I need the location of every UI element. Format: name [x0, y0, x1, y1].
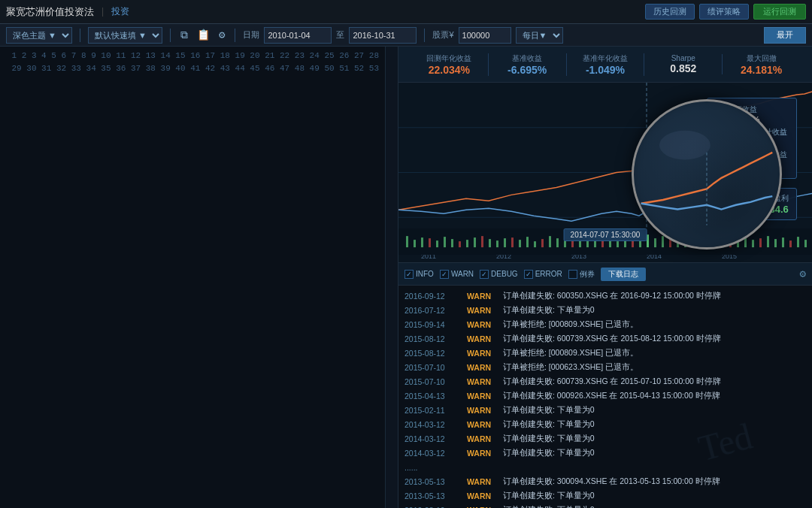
svg-rect-51: [714, 236, 717, 247]
code-content[interactable]: # 安装已import并评级文档的第三方python模块，比如pandas, n…: [386, 47, 398, 508]
svg-rect-54: [737, 241, 739, 247]
check-warn[interactable]: ✓ WARN: [440, 270, 474, 279]
chart-area: 2011 2012 2013 2014 2015: [398, 83, 812, 263]
stats-bar: 回测年化收益22.034%基准收益-6.695%基准年化收益-1.049%Sha…: [398, 47, 812, 83]
history-btn[interactable]: 历史回测: [645, 4, 695, 20]
svg-rect-61: [789, 240, 792, 247]
svg-rect-50: [707, 238, 709, 247]
svg-rect-56: [752, 240, 754, 247]
svg-rect-10: [406, 236, 408, 247]
log-row: 2016-07-12WARN订单创建失败: 下单量为0: [398, 303, 812, 317]
svg-rect-13: [429, 238, 431, 247]
svg-rect-17: [459, 241, 461, 247]
check-info[interactable]: ✓ INFO: [404, 270, 434, 279]
theme-select[interactable]: 深色主题 ▼: [6, 27, 72, 44]
tooltip-label-excess: 超额收益: [727, 104, 759, 115]
freq-select[interactable]: 每日▼: [516, 27, 563, 44]
tooltip-value-excess: 65.078%: [727, 115, 759, 124]
svg-rect-52: [722, 239, 724, 247]
run-btn[interactable]: 运行回测: [753, 4, 806, 20]
tooltip-dot-strategy: [717, 134, 723, 140]
svg-rect-60: [782, 237, 784, 247]
svg-rect-62: [797, 237, 799, 247]
log-row: 2015-04-13WARN订单创建失败: 000926.XSHE 在 2015…: [398, 389, 812, 403]
svg-rect-42: [647, 234, 649, 247]
log-row: 2014-03-12WARN订单创建失败: 下单量为0: [398, 417, 812, 431]
check-error[interactable]: ✓ ERROR: [524, 270, 562, 279]
svg-rect-38: [617, 241, 619, 247]
chart-tooltip2: 当日盈利 ¥634.6: [750, 188, 797, 220]
svg-rect-44: [662, 236, 664, 247]
svg-rect-47: [684, 240, 686, 247]
stat-item: 回测年化收益22.034%: [411, 53, 489, 76]
svg-rect-20: [481, 236, 483, 247]
check-debug[interactable]: ✓ DEBUG: [480, 270, 518, 279]
app-title: 聚宽芯洲价值投资法: [6, 5, 94, 19]
svg-rect-43: [654, 238, 656, 247]
svg-rect-21: [489, 239, 491, 247]
log-content: 2016-09-12WARN订单创建失败: 600350.XSHG 在 2016…: [398, 286, 812, 508]
log-row: 2015-07-10WARN订单被拒绝: [000623.XSHE] 已退市。: [398, 360, 812, 374]
tooltip-item-excess: 超额收益 65.078%: [717, 104, 787, 124]
stat-item: 最大回撤24.181%: [723, 53, 800, 76]
svg-rect-14: [436, 240, 438, 247]
comment-btn[interactable]: 绩评策略: [699, 4, 749, 20]
svg-rect-57: [759, 238, 762, 247]
log-row: 2015-02-11WARN订单创建失败: 下单量为0: [398, 403, 812, 417]
capital-label: 股票¥: [432, 29, 453, 41]
svg-rect-46: [677, 237, 679, 247]
svg-rect-26: [526, 237, 529, 247]
quickfill-select[interactable]: 默认快速填 ▼: [88, 27, 162, 44]
top-link[interactable]: 投资: [111, 5, 129, 18]
svg-rect-24: [511, 237, 514, 247]
svg-rect-59: [774, 239, 777, 247]
svg-rect-29: [549, 236, 551, 247]
svg-rect-53: [729, 237, 732, 247]
svg-rect-15: [444, 237, 446, 247]
svg-rect-58: [767, 236, 769, 247]
start-btn[interactable]: 最开: [764, 27, 806, 44]
log-row: ......: [398, 460, 812, 474]
log-panel: ✓ INFO ✓ WARN ✓ DEBUG ✓ ERROR 例券: [398, 263, 812, 508]
stat-item: 基准收益-6.695%: [489, 53, 567, 76]
paste-icon[interactable]: 📋: [195, 29, 212, 41]
copy-icon[interactable]: ⧉: [178, 29, 190, 41]
tooltip-item-strategy: 我的策略累计收益 25.942%: [717, 127, 787, 147]
svg-rect-18: [466, 240, 468, 247]
top-bar: 聚宽芯洲价值投资法 | 投资 历史回测 绩评策略 运行回测: [0, 0, 812, 24]
svg-rect-28: [541, 239, 544, 247]
tooltip-item-benchmark: 基准策略累计收益 -39.136%: [717, 150, 787, 169]
log-row: 2015-08-12WARN订单被拒绝: [000809.XSHE] 已退市。: [398, 346, 812, 360]
capital-input[interactable]: [459, 27, 511, 44]
log-row: 2012-08-10WARN订单创建失败: 下单量为0: [398, 503, 812, 508]
stat-item: 基准年化收益-1.049%: [567, 53, 645, 76]
svg-rect-23: [504, 238, 506, 247]
tooltip-label-strategy: 我的策略累计收益: [727, 127, 787, 138]
log-row: 2013-05-13WARN订单创建失败: 下单量为0: [398, 488, 812, 503]
settings-icon[interactable]: ⚙: [217, 29, 227, 41]
chart-tooltip: 超额收益 65.078% 我的策略累计收益 25.942% 基准策略累计收益: [707, 98, 797, 179]
svg-rect-49: [699, 240, 701, 247]
svg-rect-11: [414, 240, 416, 247]
tooltip2-label: 当日盈利: [759, 193, 789, 204]
stat-item: Sharpe0.852: [644, 54, 723, 74]
download-log-btn[interactable]: 下载日志: [601, 268, 646, 281]
date-from-input[interactable]: [264, 27, 332, 44]
log-row: 2016-09-12WARN订单创建失败: 600350.XSHG 在 2016…: [398, 289, 812, 303]
svg-rect-27: [534, 241, 536, 247]
log-gear-icon[interactable]: ⚙: [800, 268, 806, 280]
date-to-input[interactable]: [349, 27, 417, 44]
tooltip2-value: ¥634.6: [759, 204, 789, 215]
log-row: 2014-03-12WARN订单创建失败: 下单量为0: [398, 446, 812, 460]
log-row: 2013-05-13WARN订单创建失败: 300094.XSHE 在 2013…: [398, 474, 812, 488]
svg-rect-19: [474, 237, 476, 247]
tooltip-label-benchmark: 基准策略累计收益: [727, 150, 787, 160]
svg-rect-12: [421, 237, 423, 247]
check-example[interactable]: 例券: [568, 269, 595, 280]
line-numbers: 1 2 3 4 5 6 7 8 9 10 11 12 13 14 15 16 1…: [0, 47, 386, 508]
log-row: 2015-09-14WARN订单被拒绝: [000809.XSHE] 已退市。: [398, 317, 812, 331]
date-to-label: 至: [336, 29, 344, 41]
svg-rect-55: [744, 237, 747, 247]
svg-rect-22: [496, 240, 498, 247]
svg-rect-31: [564, 240, 566, 247]
